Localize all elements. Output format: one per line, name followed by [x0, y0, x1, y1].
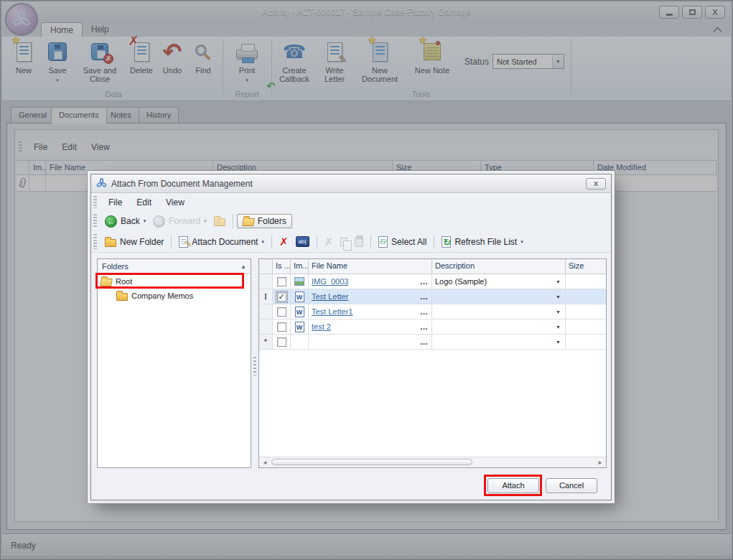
- row-checkbox[interactable]: [277, 307, 286, 317]
- forward-dropdown-caret[interactable]: ▾: [204, 219, 207, 223]
- attach-document-caret[interactable]: ▾: [261, 240, 264, 244]
- row-checkbox[interactable]: [277, 322, 286, 332]
- refresh-icon: [442, 236, 451, 248]
- col-grid-description[interactable]: Description: [432, 259, 566, 274]
- copy-button[interactable]: [337, 236, 351, 248]
- folders-toggle-button[interactable]: Folders: [237, 214, 292, 228]
- col-grid-file-name[interactable]: File Name: [309, 259, 432, 274]
- splitter-grip[interactable]: [253, 357, 256, 375]
- description-dropdown-icon[interactable]: ▼: [556, 294, 561, 299]
- ellipsis-button[interactable]: …: [420, 292, 429, 301]
- attach-document-button[interactable]: Attach Document ▾: [175, 235, 268, 249]
- dialog-menubar: File Edit View: [91, 193, 611, 211]
- file-row-new[interactable]: * … ▼: [259, 335, 606, 350]
- panel-splitter[interactable]: [251, 258, 258, 468]
- row-checkbox[interactable]: [277, 337, 286, 347]
- file-row-test-letter1[interactable]: W Test Letter1… ▼: [259, 304, 606, 319]
- row-checkbox[interactable]: [277, 277, 286, 286]
- back-button[interactable]: ← Back ▾: [101, 214, 149, 229]
- annotation-root-highlight: [95, 273, 244, 289]
- dialog-title: Attach From Document Management: [111, 179, 253, 189]
- scrollbar-thumb[interactable]: [271, 459, 472, 465]
- refresh-dropdown-caret[interactable]: ▾: [520, 240, 523, 244]
- dialog-close-icon: x: [594, 179, 598, 187]
- cancel-button[interactable]: Cancel: [546, 478, 597, 493]
- new-folder-icon: [105, 239, 116, 247]
- disabled-x-icon: ✗: [325, 235, 334, 248]
- files-grid: Is ... Im... File Name Description Size …: [258, 258, 607, 468]
- annotation-attach-highlight: [484, 475, 542, 496]
- ellipsis-button[interactable]: …: [420, 322, 429, 331]
- files-grid-header: Is ... Im... File Name Description Size: [259, 259, 606, 274]
- file-link[interactable]: Test Letter1: [312, 307, 353, 316]
- ellipsis-button[interactable]: …: [420, 277, 429, 286]
- rename-icon: ab|: [296, 236, 309, 247]
- folder-up-icon: ↑: [214, 218, 225, 226]
- back-icon: ←: [105, 215, 117, 228]
- description-dropdown-icon[interactable]: ▼: [556, 340, 561, 345]
- select-all-icon: [378, 236, 388, 248]
- paste-icon: [355, 237, 363, 247]
- dialog-close-button[interactable]: x: [586, 178, 606, 190]
- up-one-level-button[interactable]: ↑: [210, 215, 229, 228]
- back-dropdown-caret[interactable]: ▾: [144, 219, 146, 223]
- file-row-img-0003[interactable]: IMG_0003… Logo (Sample)▼: [259, 274, 606, 289]
- file-link[interactable]: Test Letter: [312, 292, 348, 301]
- delete-x-icon: ✗: [279, 235, 289, 248]
- dialog-menu-edit[interactable]: Edit: [129, 196, 159, 209]
- new-folder-button[interactable]: New Folder: [101, 235, 167, 248]
- folders-icon: [242, 218, 255, 226]
- folders-panel-header[interactable]: Folders ▲: [98, 259, 251, 274]
- file-link[interactable]: IMG_0003: [312, 277, 348, 286]
- copy-icon: [340, 238, 347, 246]
- description-dropdown-icon[interactable]: ▼: [556, 279, 561, 284]
- refresh-file-list-button[interactable]: Refresh File List ▾: [438, 235, 526, 249]
- col-is-checked[interactable]: Is ...: [273, 259, 291, 274]
- dialog-cmdbar-grip[interactable]: [93, 234, 97, 248]
- dialog-trefoil-icon: [96, 178, 107, 189]
- scroll-left-icon[interactable]: ◄: [262, 459, 268, 466]
- description-dropdown-icon[interactable]: ▼: [556, 309, 561, 314]
- dialog-title-bar: Attach From Document Management x: [91, 174, 611, 193]
- horizontal-scrollbar[interactable]: ◄ ►: [259, 457, 606, 467]
- word-file-icon: W: [295, 307, 304, 317]
- file-row-test-2[interactable]: W test 2… ▼: [259, 319, 606, 335]
- word-file-icon: W: [295, 322, 304, 332]
- dialog-nav-toolbar: ← Back ▾ → Forward ▾ ↑ Folders: [91, 211, 611, 231]
- col-grid-size[interactable]: Size: [566, 259, 606, 274]
- forward-button[interactable]: → Forward ▾: [149, 214, 210, 229]
- col-grid-image[interactable]: Im...: [291, 259, 309, 274]
- new-row-indicator: *: [264, 337, 267, 346]
- file-row-test-letter[interactable]: I ✓ W Test Letter… ▼: [259, 289, 606, 304]
- ibeam-indicator: I: [264, 291, 267, 302]
- select-all-button[interactable]: Select All: [375, 235, 430, 249]
- dialog-menu-view[interactable]: View: [159, 196, 192, 209]
- tree-item-company-memos[interactable]: Company Memos: [98, 289, 251, 303]
- dialog-navbar-grip[interactable]: [93, 214, 97, 228]
- description-dropdown-icon[interactable]: ▼: [556, 325, 561, 330]
- dialog-menubar-grip[interactable]: [93, 196, 97, 209]
- app-window: Activity - ACT-000017 - Sample Case-Fact…: [0, 0, 733, 560]
- attach-document-icon: [179, 236, 188, 248]
- word-file-icon: W: [295, 291, 304, 302]
- paste-button[interactable]: [351, 235, 367, 248]
- attach-dialog: Attach From Document Management x File E…: [90, 174, 612, 500]
- sort-asc-icon: ▲: [241, 263, 246, 270]
- dialog-command-toolbar: New Folder Attach Document ▾ ✗ ab| ✗: [91, 231, 611, 253]
- dialog-menu-file[interactable]: File: [101, 196, 129, 209]
- ellipsis-button[interactable]: …: [420, 337, 429, 346]
- cut-button[interactable]: ✗: [321, 234, 337, 250]
- image-file-icon: [294, 277, 304, 286]
- folders-panel: Folders ▲ Root Company Memos: [97, 258, 251, 468]
- rename-button[interactable]: ab|: [292, 235, 313, 248]
- row-checkbox-checked[interactable]: ✓: [277, 292, 286, 302]
- company-memos-folder-icon: [116, 293, 128, 301]
- file-link[interactable]: test 2: [312, 322, 331, 331]
- delete-file-button[interactable]: ✗: [276, 234, 292, 250]
- scroll-right-icon[interactable]: ►: [597, 459, 603, 466]
- forward-icon: →: [153, 215, 165, 228]
- ellipsis-button[interactable]: …: [420, 307, 429, 316]
